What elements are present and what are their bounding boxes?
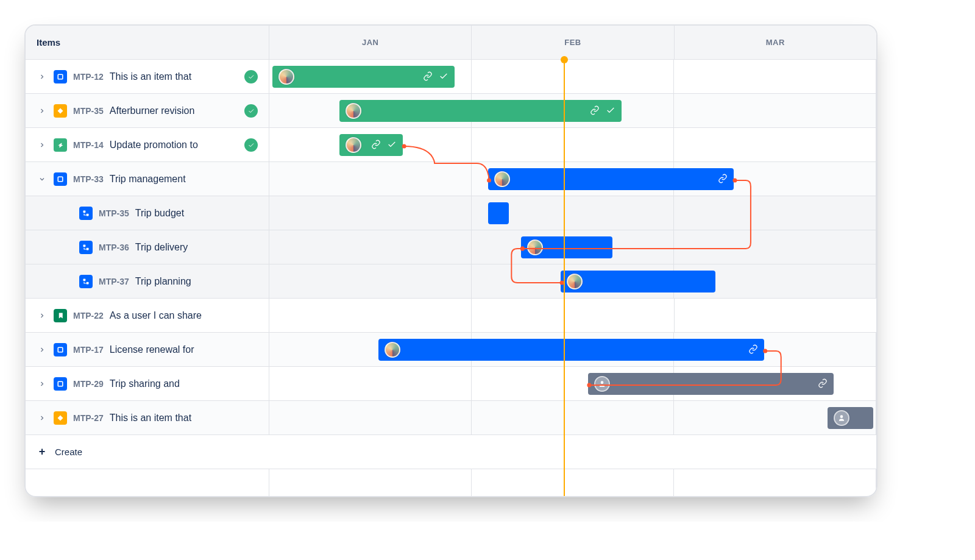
months-header: JAN FEB MAR <box>269 26 876 59</box>
timeline-bar[interactable] <box>272 66 455 88</box>
timeline-cell[interactable] <box>269 196 876 230</box>
timeline-cell[interactable] <box>269 60 876 93</box>
timeline-cell[interactable] <box>269 128 876 161</box>
item-cell[interactable]: MTP-22 As a user I can share <box>26 299 269 332</box>
item-row[interactable]: MTP-22 As a user I can share <box>26 299 876 333</box>
chevron-right-icon[interactable] <box>37 73 48 80</box>
issue-key: MTP-35 <box>73 106 104 116</box>
chevron-right-icon[interactable] <box>37 141 48 149</box>
issue-title: As a user I can share <box>110 310 258 321</box>
spacer-row <box>26 469 876 496</box>
issue-type-icon <box>54 309 67 322</box>
timeline-cell[interactable] <box>269 367 876 400</box>
svg-rect-3 <box>83 210 86 213</box>
item-cell[interactable]: MTP-14 Update promotion to <box>26 128 269 161</box>
issue-type-icon <box>54 411 67 425</box>
svg-rect-10 <box>58 381 63 386</box>
child-item-row[interactable]: MTP-37 Trip planning <box>26 264 876 299</box>
issue-title: Trip sharing and <box>110 378 258 389</box>
check-icon[interactable] <box>606 105 615 117</box>
timeline-cell[interactable] <box>269 162 876 196</box>
item-row[interactable]: MTP-17 License renewal for <box>26 333 876 367</box>
svg-marker-11 <box>58 415 63 420</box>
chevron-right-icon[interactable] <box>37 107 48 115</box>
chevron-right-icon[interactable] <box>37 380 48 388</box>
timeline-cell[interactable] <box>269 401 876 434</box>
child-item-row[interactable]: MTP-36 Trip delivery <box>26 230 876 264</box>
chevron-down-icon[interactable] <box>37 175 48 183</box>
item-cell[interactable]: MTP-33 Trip management <box>26 162 269 196</box>
timeline-cell[interactable] <box>269 94 876 127</box>
chevron-right-icon[interactable] <box>37 414 48 422</box>
item-cell[interactable]: MTP-37 Trip planning <box>26 264 269 298</box>
month-cell[interactable]: MAR <box>675 26 876 59</box>
svg-rect-2 <box>58 177 63 182</box>
link-icon[interactable] <box>423 71 433 83</box>
timeline-bar[interactable] <box>828 407 873 429</box>
issue-type-icon <box>79 207 93 220</box>
item-row[interactable]: MTP-14 Update promotion to <box>26 128 876 162</box>
child-item-row[interactable]: MTP-35 Trip budget <box>26 196 876 230</box>
issue-key: MTP-36 <box>99 243 129 252</box>
check-icon[interactable] <box>387 140 397 151</box>
timeline-cell[interactable] <box>269 264 876 298</box>
timeline-bar[interactable] <box>588 373 834 395</box>
svg-rect-5 <box>83 244 86 247</box>
month-cell[interactable]: JAN <box>269 26 472 59</box>
issue-key: MTP-35 <box>99 208 129 218</box>
assignee-avatar <box>346 103 361 119</box>
timeline-bar[interactable] <box>378 339 764 361</box>
item-row[interactable]: MTP-29 Trip sharing and <box>26 367 876 401</box>
timeline-bar[interactable] <box>339 100 622 122</box>
timeline-bar[interactable] <box>521 236 612 258</box>
item-row[interactable]: MTP-27 This is an item that <box>26 401 876 435</box>
link-icon[interactable] <box>718 174 728 185</box>
link-icon[interactable] <box>748 344 758 356</box>
assignee-avatar <box>385 342 400 358</box>
assignee-avatar <box>494 171 510 187</box>
today-line <box>564 60 565 496</box>
link-icon[interactable] <box>818 378 828 390</box>
create-button[interactable]: + Create <box>26 435 876 469</box>
timeline-bar[interactable] <box>339 134 403 156</box>
svg-rect-8 <box>87 282 89 284</box>
assignee-avatar <box>346 137 361 153</box>
item-cell[interactable]: MTP-17 License renewal for <box>26 333 269 366</box>
link-icon[interactable] <box>371 140 381 151</box>
month-cell[interactable]: FEB <box>472 26 674 59</box>
issue-key: MTP-37 <box>99 277 129 286</box>
issue-key: MTP-27 <box>73 413 104 423</box>
timeline-cell[interactable] <box>269 299 876 332</box>
timeline-bar[interactable] <box>488 202 509 224</box>
check-icon[interactable] <box>439 71 448 83</box>
timeline-cell[interactable] <box>269 230 876 264</box>
item-row[interactable]: MTP-35 Afterburner revision <box>26 94 876 128</box>
item-row[interactable]: MTP-12 This is an item that <box>26 60 876 94</box>
item-cell[interactable]: MTP-36 Trip delivery <box>26 230 269 264</box>
issue-type-icon <box>54 104 67 118</box>
timeline-bar[interactable] <box>488 168 734 190</box>
issue-type-icon <box>54 172 67 186</box>
item-cell[interactable]: MTP-27 This is an item that <box>26 401 269 434</box>
status-done-icon <box>244 104 258 118</box>
item-cell[interactable]: MTP-29 Trip sharing and <box>26 367 269 400</box>
chevron-right-icon[interactable] <box>37 312 48 319</box>
item-cell[interactable]: MTP-35 Afterburner revision <box>26 94 269 127</box>
assignee-avatar <box>567 274 583 289</box>
rows-container: MTP-12 This is an item that MTP-35 After… <box>26 60 876 435</box>
item-row[interactable]: MTP-33 Trip management <box>26 162 876 196</box>
issue-title: Afterburner revision <box>110 105 238 116</box>
issue-title: Trip planning <box>135 276 258 287</box>
item-cell[interactable]: MTP-35 Trip budget <box>26 196 269 230</box>
timeline-bar[interactable] <box>561 271 715 292</box>
svg-rect-7 <box>83 278 86 281</box>
link-icon[interactable] <box>590 105 600 117</box>
chevron-right-icon[interactable] <box>37 346 48 353</box>
issue-title: This is an item that <box>110 413 258 424</box>
issue-type-icon <box>79 275 93 288</box>
items-header-label: Items <box>37 37 60 48</box>
issue-type-icon <box>54 70 67 83</box>
issue-title: Trip budget <box>135 208 258 219</box>
timeline-cell[interactable] <box>269 333 876 366</box>
item-cell[interactable]: MTP-12 This is an item that <box>26 60 269 93</box>
